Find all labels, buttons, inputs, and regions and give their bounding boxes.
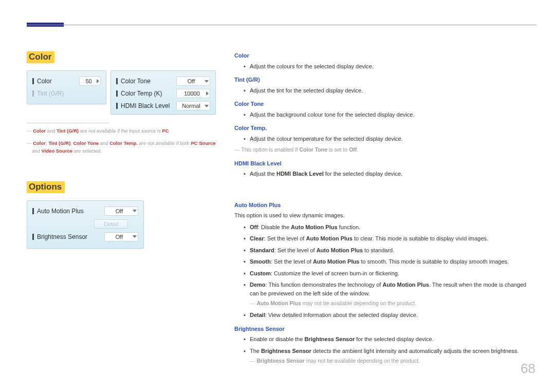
chevron-right-icon — [97, 79, 99, 83]
section-title-color: Color — [27, 51, 54, 63]
item-marker — [32, 90, 34, 97]
heading-color: Color — [234, 51, 536, 60]
panel-color: Color 50 Tint (G/R) — [27, 70, 106, 104]
heading-auto-motion-plus: Auto Motion Plus — [234, 201, 536, 210]
item-marker — [116, 103, 118, 109]
desc-color: Adjust the colours for the selected disp… — [244, 62, 536, 71]
label-color-temp: Color Temp (K) — [121, 90, 176, 97]
heading-color-temp: Color Temp. — [234, 124, 536, 133]
amp-custom: Custom: Customize the level of screen bu… — [244, 269, 536, 278]
item-marker — [116, 90, 118, 97]
header-rule — [27, 25, 536, 35]
page-number: 68 — [521, 361, 535, 377]
label-tint: Tint (G/R) — [37, 90, 101, 97]
bs-auto: The Brightness Sensor detects the ambien… — [244, 347, 536, 365]
amp-clear: Clear: Set the level of Auto Motion Plus… — [244, 234, 536, 243]
label-auto-motion-plus: Auto Motion Plus — [37, 208, 104, 215]
left-column: Color Color 50 Tint (G/R) — [27, 51, 217, 368]
intro-auto-motion-plus: This option is used to view dynamic imag… — [234, 211, 536, 220]
heading-hdmi-black: HDMI Black Level — [234, 159, 536, 168]
bs-enable: Enable or disable the Brightness Sensor … — [244, 335, 536, 344]
note-color-temp: This option is enabled if Color Tone is … — [234, 146, 536, 154]
footnote-2: Color, Tint (G/R), Color Tone and Color … — [27, 140, 217, 155]
item-marker — [32, 78, 34, 84]
heading-brightness-sensor: Brightness Sensor — [234, 325, 536, 333]
heading-color-tone: Color Tone — [234, 100, 536, 108]
amp-demo: Demo: This function demonstrates the tec… — [244, 281, 536, 308]
label-hdmi-black: HDMI Black Level — [121, 102, 176, 109]
section-title-options: Options — [27, 181, 65, 193]
heading-tint: Tint (G/R) — [234, 76, 536, 84]
label-color-tone: Color Tone — [121, 78, 176, 85]
right-column: Color Adjust the colours for the selecte… — [234, 51, 536, 368]
note-amp-availability: Auto Motion Plus may not be available de… — [250, 300, 536, 308]
item-marker — [32, 234, 34, 240]
select-auto-motion-plus[interactable]: Off — [104, 207, 138, 216]
chevron-down-icon — [205, 105, 209, 107]
desc-color-tone: Adjust the background colour tone for th… — [244, 110, 536, 119]
detail-button: Detail — [94, 219, 128, 229]
desc-hdmi-black: Adjust the HDMI Black Level for the sele… — [244, 170, 536, 178]
chevron-right-icon — [206, 91, 209, 96]
label-brightness-sensor: Brightness Sensor — [37, 233, 104, 240]
select-color-tone[interactable]: Off — [176, 77, 210, 86]
select-hdmi-black[interactable]: Normal — [176, 101, 210, 110]
panel-options: Auto Motion Plus Off Detail Brightness S… — [27, 200, 144, 249]
value-color[interactable]: 50 — [79, 77, 101, 86]
value-color-temp[interactable]: 10000 — [176, 89, 210, 98]
chevron-down-icon — [133, 235, 137, 238]
note-bs-availability: Brightness Sensor may not be available d… — [250, 357, 536, 365]
select-brightness-sensor[interactable]: Off — [104, 232, 138, 241]
footnote-1: Color and Tint (G/R) are not available i… — [27, 127, 217, 135]
panel-color-tone: Color Tone Off Color Temp (K) 10000 — [110, 70, 216, 115]
amp-standard: Standard: Set the level of Auto Motion P… — [244, 246, 536, 255]
amp-detail: Detail: View detailed information about … — [244, 311, 536, 320]
item-marker — [116, 78, 118, 84]
chevron-down-icon — [133, 210, 137, 212]
item-marker — [32, 208, 34, 214]
desc-color-temp: Adjust the colour temperature for the se… — [244, 135, 536, 143]
amp-off: Off: Disable the Auto Motion Plus functi… — [244, 223, 536, 232]
desc-tint: Adjust the tint for the selected display… — [244, 86, 536, 95]
footnote-separator — [27, 123, 109, 123]
chevron-down-icon — [205, 80, 209, 83]
amp-smooth: Smooth: Set the level of Auto Motion Plu… — [244, 257, 536, 266]
label-color: Color — [37, 78, 79, 85]
